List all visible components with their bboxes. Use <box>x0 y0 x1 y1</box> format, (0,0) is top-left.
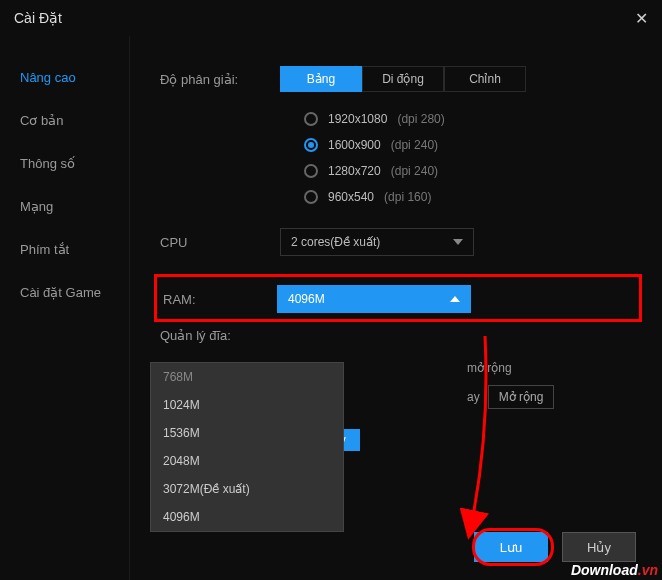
ram-value: 4096M <box>288 292 325 306</box>
disk-suffix-2: ay <box>467 390 480 404</box>
resolution-mode-group: Bảng Di động Chỉnh <box>280 66 526 92</box>
mode-mobile[interactable]: Di động <box>362 66 444 92</box>
cpu-value: 2 cores(Đề xuất) <box>291 235 380 249</box>
radio-icon <box>304 190 318 204</box>
cpu-label: CPU <box>160 235 280 250</box>
disk-label: Quản lý đĩa: <box>160 328 280 343</box>
radio-icon <box>304 112 318 126</box>
sidebar-item-info[interactable]: Thông số <box>0 142 129 185</box>
ram-highlight: RAM: 4096M <box>154 274 642 322</box>
mode-custom[interactable]: Chỉnh <box>444 66 526 92</box>
sidebar: Nâng cao Cơ bản Thông số Mạng Phím tắt C… <box>0 36 130 580</box>
resolution-option-1920[interactable]: 1920x1080 (dpi 280) <box>304 106 642 132</box>
sidebar-item-game[interactable]: Cài đặt Game <box>0 271 129 314</box>
close-icon[interactable]: ✕ <box>635 9 648 28</box>
disk-expand-button[interactable]: Mở rộng <box>488 385 555 409</box>
disk-expand-label-1: mở rộng <box>467 361 512 375</box>
save-highlight <box>472 528 554 566</box>
ram-option-2048[interactable]: 2048M <box>151 447 343 475</box>
cpu-select[interactable]: 2 cores(Đề xuất) <box>280 228 474 256</box>
cancel-button[interactable]: Hủy <box>562 532 636 562</box>
ram-option-768[interactable]: 768M <box>151 363 343 391</box>
ram-select[interactable]: 4096M <box>277 285 471 313</box>
sidebar-item-network[interactable]: Mạng <box>0 185 129 228</box>
mode-tablet[interactable]: Bảng <box>280 66 362 92</box>
resolution-list: 1920x1080 (dpi 280) 1600x900 (dpi 240) 1… <box>304 106 642 210</box>
resolution-option-1280[interactable]: 1280x720 (dpi 240) <box>304 158 642 184</box>
ram-option-1024[interactable]: 1024M <box>151 391 343 419</box>
ram-label: RAM: <box>163 292 277 307</box>
resolution-option-960[interactable]: 960x540 (dpi 160) <box>304 184 642 210</box>
watermark: Download.vn <box>571 562 658 578</box>
resolution-option-1600[interactable]: 1600x900 (dpi 240) <box>304 132 642 158</box>
ram-option-3072[interactable]: 3072M(Đề xuất) <box>151 475 343 503</box>
window-title: Cài Đặt <box>14 10 62 26</box>
chevron-up-icon <box>450 296 460 302</box>
ram-option-1536[interactable]: 1536M <box>151 419 343 447</box>
sidebar-item-advanced[interactable]: Nâng cao <box>0 56 129 99</box>
resolution-label: Độ phân giải: <box>160 72 280 87</box>
sidebar-item-basic[interactable]: Cơ bản <box>0 99 129 142</box>
sidebar-item-shortcut[interactable]: Phím tắt <box>0 228 129 271</box>
ram-option-4096[interactable]: 4096M <box>151 503 343 531</box>
chevron-down-icon <box>453 239 463 245</box>
ram-dropdown: 768M 1024M 1536M 2048M 3072M(Đề xuất) 40… <box>150 362 344 532</box>
radio-icon <box>304 138 318 152</box>
radio-icon <box>304 164 318 178</box>
